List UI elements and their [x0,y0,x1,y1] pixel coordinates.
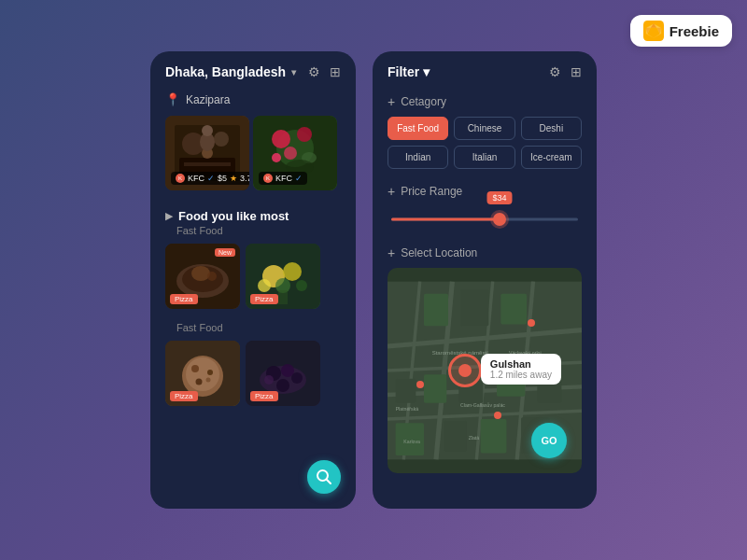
location-popup: Gulshan 1.2 miles away [481,354,561,385]
svg-point-17 [272,130,290,148]
filter-grid-icon[interactable]: ⊞ [571,64,582,79]
cat-italian[interactable]: Italian [454,146,514,169]
slider-thumb[interactable] [493,213,506,226]
category-section: + Cetagory Fast Food Chinese Deshi India… [373,89,597,178]
svg-point-9 [214,132,229,147]
price-section: + Price Range $34 [373,178,597,242]
price-label: Price Range [401,185,462,198]
left-header: Dhaka, Bangladesh ▾ ⚙ ⊞ [150,51,356,89]
svg-point-32 [258,279,271,292]
section-arrow-1: ▶ [165,210,173,222]
svg-rect-62 [500,294,527,325]
filter-header: Filter ▾ ⚙ ⊞ [373,51,597,89]
svg-point-30 [283,262,302,281]
pin-outer [448,354,482,387]
category-label: Cetagory [401,95,446,108]
svg-line-50 [327,480,331,484]
svg-point-48 [276,379,289,392]
svg-point-46 [291,372,303,384]
restaurant-item-2[interactable]: K KFC ✓ [253,116,337,190]
cat-ice-cream[interactable]: Ice-cream [521,146,582,169]
search-fab[interactable] [307,460,341,494]
food-badge-1: New [215,248,235,257]
filter-icon[interactable]: ⚙ [308,64,320,79]
slider-fill [391,218,503,221]
svg-point-41 [206,378,211,383]
panels-container: Dhaka, Bangladesh ▾ ⚙ ⊞ 📍 Kazipara [150,51,597,509]
filter-title[interactable]: Filter ▾ [388,64,430,79]
verified-icon-2: ✓ [295,174,303,183]
svg-rect-34 [278,290,288,304]
food-tag-3: Pizza [170,391,198,401]
svg-text:Zlatá: Zlatá [469,435,480,441]
svg-rect-70 [481,419,507,453]
svg-point-40 [196,379,203,385]
map-dot-1 [528,319,535,327]
svg-rect-60 [424,294,448,327]
pin-inner [458,364,472,377]
verified-icon-1: ✓ [207,174,215,183]
svg-point-38 [191,365,199,372]
cat-chinese[interactable]: Chinese [454,117,514,140]
food-item-3[interactable]: Pizza [165,341,240,406]
restaurant-item-1[interactable]: K KFC ✓ $5 ★ 3.7 [165,116,249,190]
svg-text:Clam-Gallasův palác: Clam-Gallasův palác [460,402,505,408]
food-item-2[interactable]: Pizza [246,244,320,309]
slider-track [391,218,578,221]
location-text: Dhaka, Bangladesh [165,64,286,79]
svg-rect-69 [444,421,467,452]
rest-badge-1: K KFC ✓ $5 ★ 3.7 [171,172,249,185]
svg-rect-63 [396,379,416,403]
filter-label: Filter [388,64,419,79]
food-item-1[interactable]: Pizza New [165,244,240,309]
price-slider[interactable]: $34 [391,208,578,231]
svg-text:Platnéřská: Platnéřská [396,406,419,412]
location-chevron: ▾ [291,67,296,77]
category-label-row: + Cetagory [388,94,582,109]
filter-settings-icon[interactable]: ⚙ [549,64,561,79]
cat-indian[interactable]: Indian [388,146,448,169]
location-plus-icon: + [388,245,395,260]
svg-rect-61 [460,289,488,326]
svg-point-27 [207,272,217,281]
price-label-row: + Price Range [388,184,582,199]
svg-point-19 [284,147,297,160]
rest-badge-2: K KFC ✓ [259,172,307,185]
svg-point-33 [296,280,307,291]
section-subtitle-1: Fast Food [150,225,356,244]
svg-rect-12 [184,162,231,166]
food-grid-2: Pizza Pizza [150,341,356,406]
cat-fast-food[interactable]: Fast Food [388,117,448,140]
price-tag-bubble: $34 [486,191,512,204]
location-section: + Select Location [373,242,597,473]
section-subtitle-2: Fast Food [150,318,356,341]
location-row: 📍 Kazipara [150,89,356,116]
grid-icon[interactable]: ⊞ [330,64,341,79]
popup-name: Gulshan [490,358,552,370]
right-panel: Filter ▾ ⚙ ⊞ + Cetagory Fast Food Chines… [373,51,597,509]
food-tag-2: Pizza [250,294,278,304]
go-label: GO [541,435,557,446]
location-label-row: + Select Location [388,245,582,260]
go-fab[interactable]: GO [531,423,567,458]
filter-chevron: ▾ [423,64,430,79]
section-header-1: ▶ Food you like most [150,203,356,225]
kfc-logo-2: K [263,174,273,183]
select-location-label: Select Location [401,246,477,259]
food-item-4[interactable]: Pizza [246,341,320,406]
cat-deshi[interactable]: Deshi [521,117,582,140]
svg-point-39 [207,370,213,375]
kfc-logo-1: K [176,174,185,183]
location-selector[interactable]: Dhaka, Bangladesh ▾ [165,64,296,79]
svg-point-21 [272,153,281,162]
freebie-label: Freebie [669,23,719,39]
rating-1: ★ [230,174,237,183]
svg-point-26 [191,266,210,281]
food-tag-4: Pizza [250,391,278,401]
map-container[interactable]: Staroměstské náměstí Platnéřská Clam-Gal… [388,268,582,473]
price-plus-icon: + [388,184,395,199]
svg-point-18 [297,127,312,142]
svg-text:Karlova: Karlova [403,439,420,444]
freebie-badge: Freebie [630,15,732,47]
section-title-1: Food you like most [178,209,289,223]
